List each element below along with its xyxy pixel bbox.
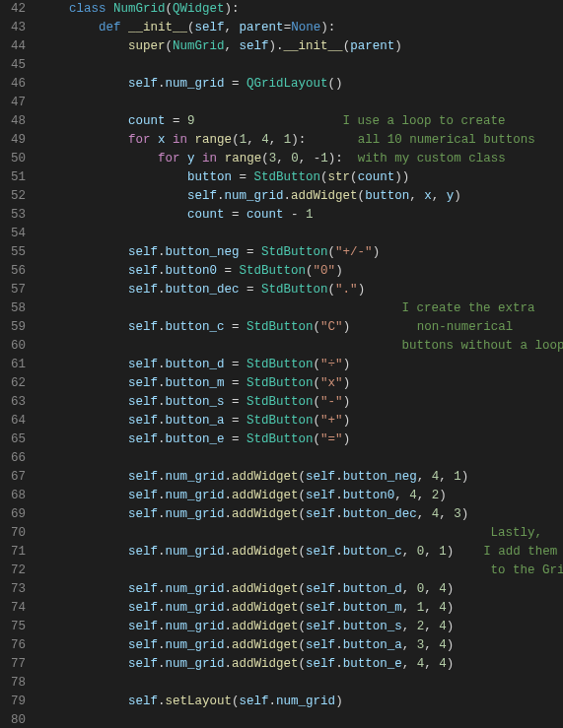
code-line[interactable]: self.num_grid.addWidget(self.button0, 4,… xyxy=(39,487,563,505)
token-var: button_m xyxy=(343,601,402,615)
line-number: 63 xyxy=(0,393,26,412)
code-line[interactable]: self.button_e = StdButton("=") xyxy=(39,430,563,449)
token-punc: . xyxy=(335,657,343,671)
code-line[interactable]: self.num_grid.addWidget(self.button_c, 0… xyxy=(39,543,563,562)
token-var: num_grid xyxy=(225,189,284,203)
token-punc: ( xyxy=(328,245,336,259)
token-cmt: to the Grid xyxy=(491,563,563,577)
token-punc: ) xyxy=(461,507,469,521)
code-line[interactable] xyxy=(39,94,563,112)
token-punc: ( xyxy=(299,507,307,521)
code-line[interactable]: self.num_grid.addWidget(self.button_m, 1… xyxy=(39,599,563,618)
token-text xyxy=(39,526,491,540)
token-punc: . xyxy=(158,395,166,409)
code-line[interactable]: self.num_grid.addWidget(self.button_neg,… xyxy=(39,468,563,487)
code-line[interactable]: I create the extra xyxy=(39,299,563,318)
code-area[interactable]: class NumGrid(QWidget): def __init__(sel… xyxy=(39,0,563,728)
code-line[interactable]: Lastly, xyxy=(39,524,563,543)
line-number: 61 xyxy=(0,356,26,374)
token-var: self xyxy=(128,77,158,91)
token-fn: addWidget xyxy=(232,601,299,615)
token-punc: ) xyxy=(343,414,351,428)
code-line[interactable] xyxy=(39,674,563,693)
token-text xyxy=(217,152,225,165)
code-line[interactable]: count = 9 I use a loop to create xyxy=(39,112,563,131)
code-line[interactable]: self.button_neg = StdButton("+/-") xyxy=(39,243,563,262)
code-line[interactable] xyxy=(39,711,563,728)
token-punc: ) xyxy=(447,638,455,652)
token-punc: ( xyxy=(261,152,269,165)
token-punc: . xyxy=(335,601,343,615)
code-line[interactable]: buttons without a loop xyxy=(39,337,563,356)
code-line[interactable]: self.button_m = StdButton("x") xyxy=(39,374,563,393)
token-punc: . xyxy=(225,489,233,502)
token-var: self xyxy=(128,657,158,671)
code-line[interactable]: def __init__(self, parent=None): xyxy=(39,19,563,37)
code-line[interactable]: count = count - 1 xyxy=(39,206,563,225)
token-punc: , xyxy=(394,489,409,502)
code-line[interactable]: self.button_a = StdButton("+") xyxy=(39,412,563,430)
code-line[interactable]: self.num_grid.addWidget(self.button_d, 0… xyxy=(39,580,563,599)
code-line[interactable]: self.button_s = StdButton("-") xyxy=(39,393,563,412)
code-line[interactable] xyxy=(39,449,563,468)
token-punc: , xyxy=(424,545,439,559)
code-line[interactable]: self.num_grid.addWidget(button, x, y) xyxy=(39,187,563,206)
token-str: "-" xyxy=(320,395,343,409)
code-line[interactable]: self.button_d = StdButton("÷") xyxy=(39,356,563,374)
token-var: self xyxy=(128,432,158,446)
token-var: self xyxy=(240,695,269,708)
token-punc: . xyxy=(225,470,233,484)
line-number: 76 xyxy=(0,636,26,655)
token-num: 4 xyxy=(439,657,447,671)
token-punc: . xyxy=(158,582,166,596)
code-line[interactable]: for x in range(1, 4, 1): all 10 numerica… xyxy=(39,131,563,150)
token-str: "÷" xyxy=(320,358,343,371)
token-text xyxy=(39,358,128,371)
code-line[interactable]: self.button_c = StdButton("C") non-numer… xyxy=(39,318,563,337)
token-punc: . xyxy=(225,582,233,596)
token-op: = xyxy=(225,432,247,446)
code-line[interactable]: self.button_dec = StdButton(".") xyxy=(39,281,563,299)
token-var: self xyxy=(240,39,269,53)
line-number: 62 xyxy=(0,374,26,393)
token-cmt: all 10 numerical buttons xyxy=(358,133,535,147)
token-var: button_dec xyxy=(166,283,240,297)
token-op: = xyxy=(232,170,254,184)
code-line[interactable]: for y in range(3, 0, -1): with my custom… xyxy=(39,150,563,168)
token-punc: ) xyxy=(343,320,351,334)
code-line[interactable] xyxy=(39,225,563,243)
token-punc: , xyxy=(269,133,284,147)
code-line[interactable]: class NumGrid(QWidget): xyxy=(39,0,563,19)
code-line[interactable]: self.setLayout(self.num_grid) xyxy=(39,693,563,711)
code-line[interactable]: super(NumGrid, self).__init__(parent) xyxy=(39,37,563,56)
token-punc: . xyxy=(158,358,166,371)
token-var: self xyxy=(128,582,158,596)
token-var: count xyxy=(358,170,395,184)
token-var: self xyxy=(128,414,158,428)
code-line[interactable]: to the Grid xyxy=(39,562,563,580)
token-punc: , xyxy=(417,470,432,484)
token-str: "+" xyxy=(320,414,343,428)
token-punc: . xyxy=(269,695,277,708)
token-var: button_e xyxy=(343,657,402,671)
token-punc: . xyxy=(158,507,166,521)
token-cls: StdButton xyxy=(246,395,314,409)
line-number: 57 xyxy=(0,281,26,299)
line-number: 51 xyxy=(0,168,26,187)
code-line[interactable]: button = StdButton(str(count)) xyxy=(39,168,563,187)
token-punc: ( xyxy=(314,376,321,390)
code-line[interactable]: self.num_grid.addWidget(self.button_a, 3… xyxy=(39,636,563,655)
token-var: button_a xyxy=(166,414,225,428)
code-line[interactable]: self.num_grid.addWidget(self.button_s, 2… xyxy=(39,618,563,636)
token-var: self xyxy=(306,470,335,484)
token-punc: . xyxy=(158,470,166,484)
code-line[interactable]: self.num_grid = QGridLayout() xyxy=(39,75,563,94)
code-line[interactable]: self.button0 = StdButton("0") xyxy=(39,262,563,281)
code-line[interactable]: self.num_grid.addWidget(self.button_dec,… xyxy=(39,505,563,524)
token-punc: ( xyxy=(299,620,307,633)
code-line[interactable] xyxy=(39,56,563,75)
token-punc: ( xyxy=(343,39,351,53)
token-text xyxy=(39,21,99,34)
code-editor[interactable]: 4243444546474849505152535455565758596061… xyxy=(0,0,563,728)
code-line[interactable]: self.num_grid.addWidget(self.button_e, 4… xyxy=(39,655,563,674)
